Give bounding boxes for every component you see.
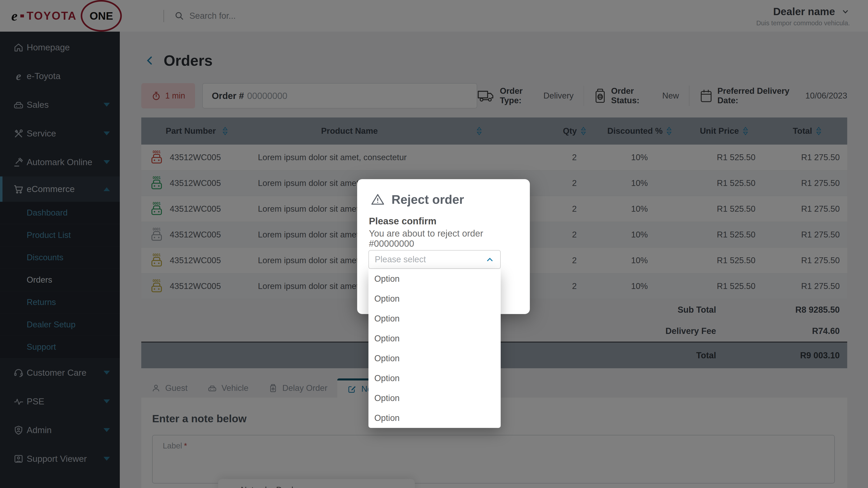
reject-reason-select[interactable]: Please select	[368, 250, 501, 269]
dropdown-option[interactable]: Option	[368, 368, 501, 388]
dropdown-option[interactable]: Option	[368, 269, 501, 289]
confirm-heading: Please confirm	[369, 216, 436, 227]
dropdown-option[interactable]: Option	[368, 328, 501, 348]
warning-icon	[371, 193, 385, 206]
modal-title: Reject order	[392, 192, 464, 207]
dropdown-option[interactable]: Option	[368, 348, 501, 368]
dropdown-option[interactable]: Option	[368, 388, 501, 408]
reject-order-modal: Reject order Please confirm You are abou…	[357, 179, 530, 314]
dropdown-option[interactable]: Option	[368, 308, 501, 328]
select-placeholder: Please select	[375, 255, 426, 264]
dropdown-option[interactable]: Option	[368, 289, 501, 308]
dropdown-option[interactable]: Option	[368, 408, 501, 428]
confirm-body: You are about to reject order #00000000	[369, 228, 530, 249]
reject-reason-dropdown: Option Option Option Option Option Optio…	[368, 269, 501, 428]
chevron-up-icon	[485, 255, 494, 264]
app-window: e TOYOTA ONE Search for... Dealer name	[0, 0, 868, 488]
